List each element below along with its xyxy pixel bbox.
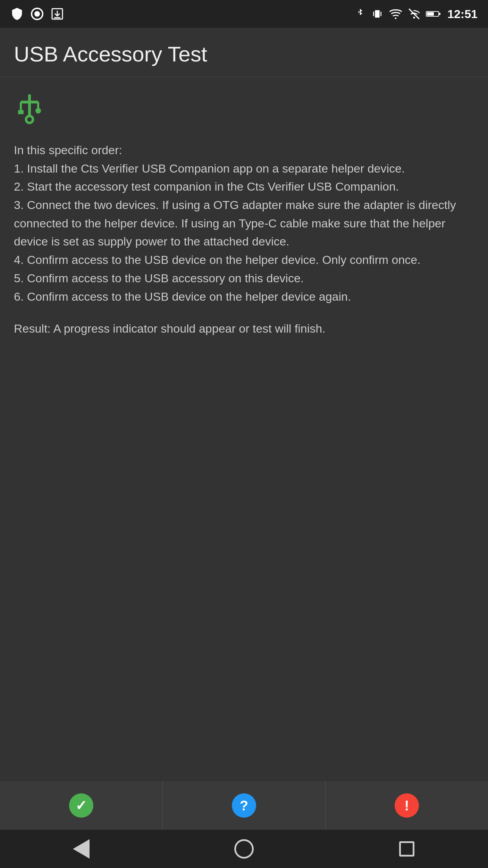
shield-icon	[10, 7, 24, 20]
svg-point-19	[26, 116, 33, 123]
status-bar-left-icons	[10, 7, 64, 20]
pass-button[interactable]: ✓	[0, 781, 163, 830]
svg-point-1	[34, 11, 40, 17]
svg-rect-12	[439, 13, 440, 15]
usb-icon-container	[14, 91, 474, 127]
signal-off-icon	[409, 8, 420, 19]
recent-icon	[399, 841, 414, 857]
fail-exclamation-icon: !	[404, 799, 409, 812]
bluetooth-icon	[354, 8, 365, 19]
status-time: 12:51	[447, 7, 478, 21]
info-button[interactable]: ?	[163, 781, 326, 830]
svg-rect-16	[18, 110, 24, 114]
home-icon	[234, 839, 254, 859]
record-icon	[31, 7, 44, 20]
status-bar: 12:51	[0, 0, 488, 28]
svg-point-8	[395, 17, 397, 19]
nav-home-button[interactable]	[230, 835, 258, 863]
app-header: USB Accessory Test	[0, 28, 488, 77]
back-icon	[73, 839, 90, 859]
pass-icon-circle: ✓	[69, 793, 93, 818]
svg-rect-5	[375, 10, 379, 17]
info-question-icon: ?	[240, 799, 248, 812]
download-icon	[51, 7, 64, 20]
pass-checkmark-icon: ✓	[75, 799, 87, 812]
nav-recent-button[interactable]	[393, 835, 421, 863]
usb-icon	[14, 91, 45, 126]
page-title: USB Accessory Test	[14, 42, 474, 66]
vibrate-icon	[372, 8, 383, 19]
result-text: Result: A progress indicator should appe…	[14, 319, 474, 338]
fail-button[interactable]: !	[326, 781, 488, 830]
info-icon-circle: ?	[232, 793, 256, 818]
nav-back-button[interactable]	[67, 835, 95, 863]
instructions-text: In this specific order: 1. Install the C…	[14, 141, 474, 306]
svg-rect-6	[373, 11, 374, 16]
nav-bar	[0, 830, 488, 868]
svg-rect-7	[380, 11, 381, 16]
status-bar-right-icons: 12:51	[354, 7, 478, 21]
svg-rect-11	[427, 12, 434, 16]
svg-point-18	[35, 108, 41, 114]
action-bar: ✓ ? !	[0, 781, 488, 830]
fail-icon-circle: !	[395, 793, 419, 818]
main-content: In this specific order: 1. Install the C…	[0, 77, 488, 781]
svg-point-9	[413, 17, 415, 18]
wifi-icon	[389, 8, 402, 19]
battery-icon	[426, 8, 441, 19]
